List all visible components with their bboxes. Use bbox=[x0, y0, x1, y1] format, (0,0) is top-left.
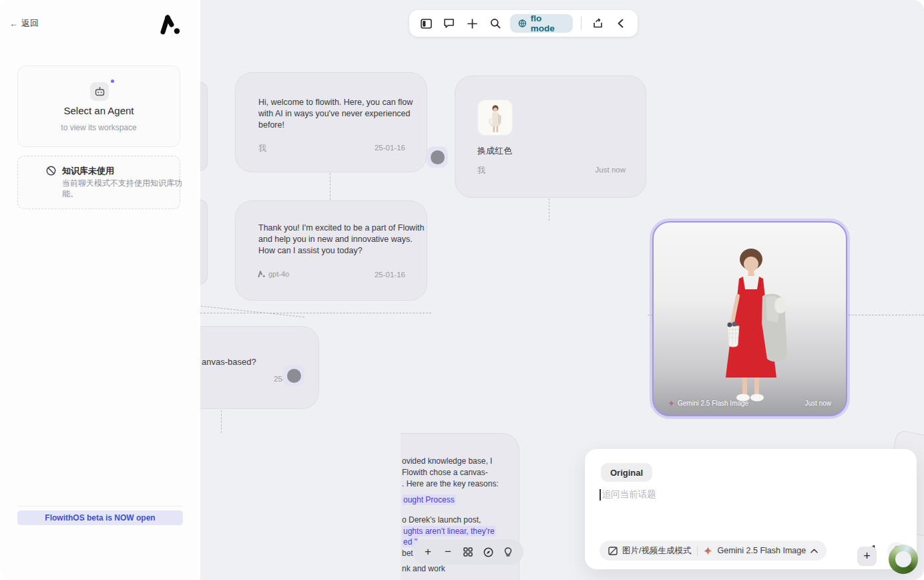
collapse-left-icon[interactable] bbox=[611, 13, 631, 33]
thumbnail-figure bbox=[478, 100, 513, 136]
original-tag[interactable]: Original bbox=[601, 463, 652, 482]
answer-line: . Here are the key reasons: bbox=[402, 479, 499, 488]
prompt-thumbnail-image[interactable] bbox=[477, 100, 513, 136]
connector-line bbox=[221, 410, 222, 433]
answer-line: o Derek's launch post, bbox=[402, 515, 481, 525]
connector-line bbox=[330, 173, 330, 200]
new-node-icon[interactable] bbox=[462, 13, 482, 33]
node-user-prompt[interactable]: 换成红色 我 Just now bbox=[455, 76, 646, 198]
image-mode-icon bbox=[608, 547, 618, 555]
generation-mode-selector[interactable]: 图片/视频生成模式 Gemini 2.5 Flash Image bbox=[600, 541, 827, 561]
answer-line: nk and work bbox=[402, 564, 445, 573]
generated-image-figure bbox=[654, 223, 847, 416]
prompt-author: 我 bbox=[477, 165, 485, 176]
image-model-row: Gemini 2.5 Flash Image bbox=[668, 400, 748, 407]
chat-mode-icon[interactable] bbox=[439, 13, 459, 33]
back-button[interactable]: ← 返回 bbox=[9, 17, 39, 29]
flowith-mini-logo-icon bbox=[258, 271, 265, 277]
reply-text: Thank you! I'm excited to be a part of F… bbox=[258, 223, 425, 257]
connector-line bbox=[201, 306, 304, 317]
handle-dot bbox=[431, 150, 445, 164]
zoom-out-button[interactable]: − bbox=[439, 543, 457, 561]
image-time: Just now bbox=[805, 400, 831, 407]
gemini-sparkle-icon bbox=[704, 547, 712, 555]
notification-dot bbox=[111, 80, 114, 83]
flo-orb-icon bbox=[518, 19, 527, 28]
prompt-time: Just now bbox=[596, 166, 626, 174]
answer-line: ovided knowledge base, I bbox=[402, 456, 492, 466]
text-caret bbox=[600, 489, 601, 500]
agent-card-title: Select an Agent bbox=[18, 105, 180, 116]
search-icon[interactable] bbox=[485, 13, 505, 33]
lightbulb-icon[interactable] bbox=[499, 543, 517, 561]
sidebar-divider bbox=[17, 506, 183, 506]
sidebar-toggle-icon[interactable] bbox=[416, 13, 436, 33]
flowith-logo bbox=[159, 15, 180, 35]
flowithos-beta-banner[interactable]: FlowithOS beta is NOW open bbox=[17, 511, 183, 525]
prohibit-icon bbox=[46, 166, 56, 176]
add-button[interactable]: + bbox=[857, 547, 877, 566]
answer-line-highlight: ought Process bbox=[402, 495, 456, 504]
back-label: 返回 bbox=[21, 17, 39, 29]
message-author: 我 bbox=[258, 143, 266, 154]
prompt-placeholder: 追问当前话题 bbox=[602, 488, 656, 500]
flo-orb-button[interactable] bbox=[889, 545, 918, 574]
generation-mode-label: 图片/视频生成模式 bbox=[622, 545, 691, 557]
reply-time: 25-01-16 bbox=[375, 271, 405, 279]
chevron-up-icon bbox=[811, 549, 818, 553]
handle-dot bbox=[287, 369, 301, 383]
prompt-text: 换成红色 bbox=[477, 145, 512, 156]
knowledge-base-card: 知识库未使用 当前聊天模式不支持使用知识库功能。 bbox=[17, 156, 180, 209]
share-icon[interactable] bbox=[588, 13, 608, 33]
flo-mode-label: flo mode bbox=[531, 13, 565, 33]
kb-card-description: 当前聊天模式不支持使用知识库功能。 bbox=[62, 178, 188, 199]
connector-line bbox=[200, 313, 431, 313]
answer-line-highlight: ughts aren't linear, they're bbox=[402, 527, 496, 536]
prompt-input[interactable]: 追问当前话题 bbox=[600, 488, 656, 500]
robot-icon bbox=[90, 82, 109, 101]
node-assistant-reply[interactable]: Thank you! I'm excited to be a part of F… bbox=[235, 200, 427, 301]
orb-center bbox=[895, 551, 911, 567]
answer-line: bet bbox=[402, 549, 413, 558]
node-connector-handle[interactable] bbox=[427, 146, 448, 168]
flow-canvas[interactable]: Hi, welcome to flowith. Here, you can fl… bbox=[200, 0, 924, 580]
image-model-name: Gemini 2.5 Flash Image bbox=[678, 400, 748, 407]
reply-model-name: gpt-4o bbox=[268, 270, 289, 278]
node-generated-image-selected[interactable]: Gemini 2.5 Flash Image Just now bbox=[652, 221, 847, 416]
pill-divider bbox=[697, 546, 698, 556]
toolbar-divider bbox=[581, 17, 582, 30]
node-connector-handle[interactable] bbox=[283, 365, 304, 386]
message-time: 25-01-16 bbox=[375, 144, 405, 152]
reply-model-row: gpt-4o bbox=[258, 270, 289, 278]
flowith-app: Hi, welcome to flowith. Here, you can fl… bbox=[0, 0, 924, 580]
gemini-sparkle-icon bbox=[668, 400, 674, 406]
flo-mode-button[interactable]: flo mode bbox=[510, 14, 573, 33]
canvas-toolbar: flo mode bbox=[409, 10, 638, 37]
canvas-zoom-toolbar: + − bbox=[413, 539, 523, 565]
grid-view-icon[interactable] bbox=[459, 543, 477, 561]
sidebar: ← 返回 Select an Agent to view its workspa… bbox=[0, 0, 200, 580]
compass-icon[interactable] bbox=[479, 543, 497, 561]
answer-line: Flowith chose a canvas- bbox=[402, 468, 488, 477]
select-agent-card[interactable]: Select an Agent to view its workspace bbox=[17, 65, 180, 147]
question-text: anvas-based? bbox=[202, 356, 256, 368]
message-text: Hi, welcome to flowith. Here, you can fl… bbox=[258, 97, 424, 131]
node-welcome-message[interactable]: Hi, welcome to flowith. Here, you can fl… bbox=[235, 72, 427, 172]
model-selector-label: Gemini 2.5 Flash Image bbox=[717, 546, 806, 555]
zoom-in-button[interactable]: + bbox=[419, 543, 437, 561]
account-section[interactable]: 2 275468693@qq.com 订阅与设置 ✦ PRO bbox=[0, 535, 200, 575]
agent-card-subtitle: to view its workspace bbox=[18, 123, 180, 132]
connector-line bbox=[549, 198, 549, 221]
back-arrow-icon: ← bbox=[9, 19, 18, 29]
kb-card-title: 知识库未使用 bbox=[62, 165, 114, 177]
